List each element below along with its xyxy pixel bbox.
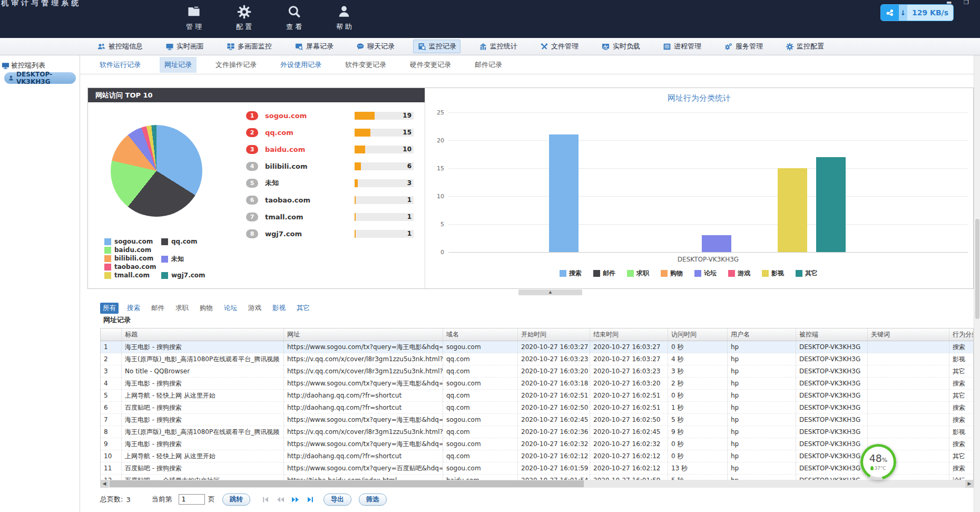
menu-item-gearone[interactable]: 监控配置	[781, 40, 828, 53]
menu-item-monitor[interactable]: 实时画面	[161, 40, 208, 53]
column-header[interactable]: 域名	[443, 329, 518, 341]
filter-3[interactable]: 邮件	[149, 303, 167, 314]
column-header[interactable]: 关键词	[868, 329, 949, 341]
subtab-2[interactable]: 网址记录	[160, 57, 197, 73]
filter-button[interactable]: 筛选	[359, 494, 387, 506]
column-header[interactable]: 访问时间	[668, 329, 728, 341]
topbar-action-4[interactable]: 帮 助	[327, 3, 361, 32]
page-number-input[interactable]	[179, 494, 205, 505]
network-speed-badge[interactable]: ↓ 129 KB/s	[880, 4, 954, 21]
menu-item-record[interactable]: 监控记录	[413, 40, 460, 53]
filter-4[interactable]: 求职	[173, 303, 191, 314]
subtab-3[interactable]: 文件操作记录	[211, 57, 261, 73]
menu-item-list[interactable]: 进程管理	[659, 40, 705, 53]
menu-item-tools[interactable]: 文件管理	[536, 40, 583, 53]
client-tree-root[interactable]: 被控端列表	[2, 61, 80, 70]
minimize-icon[interactable]: ▬	[946, 0, 952, 6]
top10-row[interactable]: 1sogou.com19	[246, 107, 414, 124]
scroll-left-icon[interactable]: ◀	[100, 480, 109, 488]
table-row[interactable]: 10上网导航 - 轻快上网 从这里开始http://daohang.qq.com…	[101, 450, 973, 462]
column-header[interactable]: 行为分类	[949, 329, 974, 341]
filter-9[interactable]: 其它	[294, 303, 312, 314]
first-page-icon[interactable]	[262, 496, 269, 503]
top10-row[interactable]: 3baidu.com10	[246, 141, 414, 158]
top10-row[interactable]: 8wgj7.com1	[246, 225, 414, 242]
table-horizontal-scrollbar[interactable]: ◀ ▶	[100, 480, 974, 488]
bar-legend-item[interactable]: 购物	[661, 269, 683, 278]
menu-item-grid[interactable]: 多画面监控	[222, 40, 276, 53]
table-row[interactable]: 3No title - QQBrowserhttps://v.qq.com/x/…	[101, 365, 973, 378]
pie-legend-item[interactable]: tmall.com	[104, 272, 150, 279]
column-header[interactable]: 网址	[284, 329, 443, 341]
table-row[interactable]: 9海王电影 - 搜狗搜索https://www.sogou.com/tx?que…	[101, 438, 973, 450]
vertical-scroll-thumb[interactable]	[975, 219, 979, 319]
bar-legend-item[interactable]: 其它	[796, 269, 818, 278]
pie-legend-item[interactable]: bilibili.com	[104, 255, 153, 262]
column-header[interactable]	[101, 329, 122, 341]
column-header[interactable]: 标题	[122, 329, 284, 341]
bar-legend-item[interactable]: 影视	[762, 269, 784, 278]
horizontal-scroll-thumb[interactable]	[110, 480, 584, 487]
performance-ball-widget[interactable]: 48% 37°C	[860, 444, 896, 480]
pie-legend-item[interactable]: taobao.com	[104, 263, 156, 271]
next-page-icon[interactable]	[291, 496, 300, 503]
bar-legend-item[interactable]: 搜索	[560, 269, 582, 278]
table-row[interactable]: 8海王(原声版)_电影_高清1080P在线观看平台_腾讯视频https://v.…	[101, 426, 973, 438]
previous-page-icon[interactable]	[276, 496, 285, 503]
menu-item-stats[interactable]: 监控统计	[475, 40, 522, 53]
subtab-1[interactable]: 软件运行记录	[95, 57, 145, 73]
subtab-6[interactable]: 硬件变更记录	[405, 57, 456, 73]
top10-row[interactable]: 2qq.com15	[246, 124, 414, 141]
pie-legend-item[interactable]: baidu.com	[104, 246, 151, 254]
pie-legend-item[interactable]: sogou.com	[104, 238, 153, 245]
page-vertical-scrollbar[interactable]	[974, 55, 980, 512]
menu-item-chat[interactable]: 聊天记录	[352, 40, 399, 53]
pie-legend-item[interactable]: 未知	[161, 255, 184, 264]
topbar-action-1[interactable]: 管 理	[177, 3, 211, 32]
bar-legend-item[interactable]: 求职	[627, 269, 649, 278]
bar-legend-item[interactable]: 游戏	[728, 269, 750, 278]
table-row[interactable]: 4海王电影 - 搜狗搜索https://www.sogou.com/tx?que…	[101, 378, 973, 390]
filter-7[interactable]: 游戏	[246, 303, 264, 314]
column-header[interactable]: 开始时间	[518, 329, 590, 341]
topbar-action-3[interactable]: 查 看	[277, 3, 311, 32]
maximize-icon[interactable]: ❐	[964, 0, 969, 6]
column-header[interactable]: 用户名	[728, 329, 796, 341]
top10-row[interactable]: 4bilibili.com6	[246, 158, 414, 175]
menu-item-users[interactable]: 被控端信息	[93, 40, 147, 53]
bar-legend-item[interactable]: 邮件	[593, 269, 615, 278]
table-row[interactable]: 11百度贴吧 - 搜狗搜索https://www.sogou.com/tx?qu…	[101, 462, 973, 475]
table-row[interactable]: 2海王(原声版)_电影_高清1080P在线观看平台_腾讯视频https://v.…	[101, 353, 973, 365]
table-row[interactable]: 6百度贴吧 - 搜狗搜索http://daohang.qq.com/?fr=sh…	[101, 402, 973, 414]
topbar-action-2[interactable]: 配 置	[227, 3, 261, 32]
filter-6[interactable]: 论坛	[221, 303, 240, 314]
pie-legend-item[interactable]: wgj7.com	[161, 272, 205, 279]
top10-row[interactable]: 7tmall.com1	[246, 208, 414, 225]
collapse-handle[interactable]: ▲	[518, 289, 582, 295]
filter-1[interactable]: 所有	[100, 303, 119, 314]
menu-item-gears[interactable]: 服务管理	[720, 40, 767, 53]
filter-5[interactable]: 购物	[197, 303, 215, 314]
column-header[interactable]: 被控端	[796, 329, 868, 341]
filter-8[interactable]: 影视	[270, 303, 288, 314]
top10-row[interactable]: 6taobao.com1	[246, 191, 414, 208]
filter-2[interactable]: 搜索	[124, 303, 143, 314]
table-row[interactable]: 5上网导航 - 轻快上网 从这里开始http://daohang.qq.com/…	[101, 390, 973, 402]
sidebar-item-desktop-vk3kh3g[interactable]: DESKTOP-VK3KH3G	[4, 72, 76, 84]
column-header[interactable]: 结束时间	[590, 329, 668, 341]
pie-legend-item[interactable]: qq.com	[161, 238, 198, 245]
scroll-right-icon[interactable]: ▶	[965, 480, 974, 488]
table-row[interactable]: 7海王电影 - 搜狗搜索https://www.sogou.com/tx?que…	[101, 414, 973, 426]
jump-button[interactable]: 跳转	[222, 494, 250, 506]
menu-item-screenrec[interactable]: 屏幕记录	[290, 40, 338, 53]
menu-item-load[interactable]: 实时负载	[597, 40, 644, 53]
bar-legend-item[interactable]: 论坛	[694, 269, 717, 278]
subtab-7[interactable]: 邮件记录	[470, 57, 507, 73]
table-row[interactable]: 1海王电影 - 搜狗搜索https://www.sogou.com/tx?que…	[101, 341, 973, 353]
legend-label: wgj7.com	[171, 272, 205, 279]
last-page-icon[interactable]	[307, 496, 314, 503]
export-button[interactable]: 导出	[324, 494, 351, 506]
subtab-5[interactable]: 软件变更记录	[340, 57, 391, 73]
top10-row[interactable]: 5未知3	[246, 175, 414, 191]
subtab-4[interactable]: 外设使用记录	[276, 57, 326, 73]
